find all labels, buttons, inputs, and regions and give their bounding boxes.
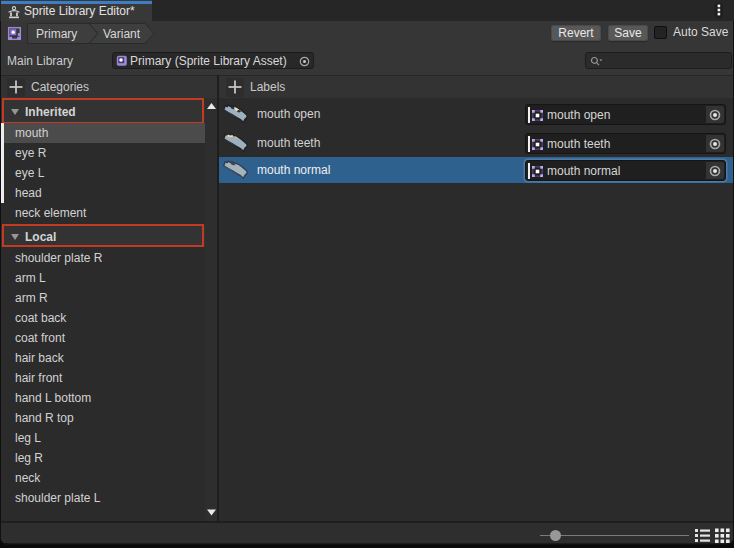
svg-text:Variant: Variant — [103, 27, 141, 41]
svg-text:Primary: Primary — [36, 27, 77, 41]
